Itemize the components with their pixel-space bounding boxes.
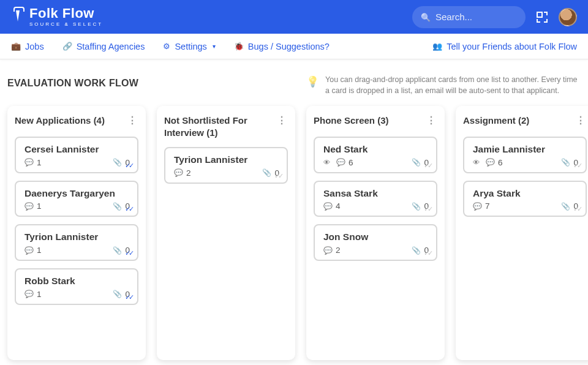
read-status-icon: ✓✓ bbox=[125, 293, 132, 301]
nav-settings-label: Settings bbox=[175, 42, 206, 51]
nav-jobs-label: Jobs bbox=[25, 42, 44, 51]
applicant-card[interactable]: Sansa Stark💬4📎0✓✓ bbox=[314, 181, 437, 217]
brand-text: Folk Flow SOURCE & SELECT bbox=[29, 7, 103, 27]
tip-text: You can drag-and-drop applicant cards fr… bbox=[325, 74, 581, 96]
read-status-icon: ✓✓ bbox=[424, 249, 431, 257]
comments-count: 2 bbox=[186, 168, 191, 178]
attachment-icon: 📎 bbox=[262, 168, 271, 177]
comments-count: 6 bbox=[349, 158, 353, 167]
lightbulb-icon: 💡 bbox=[306, 75, 319, 96]
applicant-name: Daenerys Targaryen bbox=[24, 188, 130, 200]
applicant-card[interactable]: Ned Stark👁💬6📎0✓✓ bbox=[314, 137, 437, 173]
applicant-card[interactable]: Tyrion Lannister💬2📎0✓✓ bbox=[164, 147, 288, 184]
cards-list[interactable]: Jamie Lannister👁💬6📎0✓✓Arya Stark💬7📎0✓✓ bbox=[463, 137, 587, 217]
applicant-name: Cersei Lannister bbox=[24, 144, 130, 156]
comments-metric: 💬4 bbox=[323, 201, 341, 211]
applicant-card[interactable]: Jamie Lannister👁💬6📎0✓✓ bbox=[463, 137, 587, 173]
attachment-icon: 📎 bbox=[113, 158, 122, 167]
brand-logo[interactable]: Folk Flow SOURCE & SELECT bbox=[11, 6, 103, 29]
comments-metric: 💬1 bbox=[24, 290, 42, 299]
comments-count: 1 bbox=[37, 246, 42, 255]
comments-metric: 💬2 bbox=[174, 168, 191, 178]
brand-title: Folk Flow bbox=[29, 7, 103, 20]
column-title: New Applications (4) bbox=[15, 115, 105, 127]
nav-agencies-label: Staffing Agencies bbox=[77, 42, 145, 51]
cards-list[interactable]: Ned Stark👁💬6📎0✓✓Sansa Stark💬4📎0✓✓Jon Sno… bbox=[314, 137, 437, 261]
kanban-column: Not Shortlisted For Interview (1)⋮Tyrion… bbox=[157, 106, 295, 360]
read-status-icon: ✓✓ bbox=[125, 162, 132, 170]
search-input[interactable] bbox=[435, 12, 517, 22]
cards-list[interactable]: Cersei Lannister💬1📎0✓✓Daenerys Targaryen… bbox=[15, 137, 138, 304]
column-menu-icon[interactable]: ⋮ bbox=[425, 115, 437, 126]
applicant-name: Jon Snow bbox=[323, 231, 429, 243]
user-avatar[interactable] bbox=[559, 8, 577, 26]
card-metrics: 💬1📎0 bbox=[24, 158, 130, 167]
column-header: Assignment (2)⋮ bbox=[463, 115, 587, 128]
applicant-name: Jamie Lannister bbox=[473, 144, 578, 156]
applicant-card[interactable]: Cersei Lannister💬1📎0✓✓ bbox=[15, 137, 138, 173]
comments-metric: 💬6 bbox=[486, 158, 503, 167]
comments-metric: 💬2 bbox=[323, 246, 341, 255]
comments-metric: 💬6 bbox=[336, 158, 353, 167]
applicant-card[interactable]: Arya Stark💬7📎0✓✓ bbox=[463, 181, 587, 217]
applicant-card[interactable]: Daenerys Targaryen💬1📎0✓✓ bbox=[15, 181, 138, 217]
card-metrics: 💬4📎0 bbox=[323, 201, 429, 211]
applicant-card[interactable]: Robb Stark💬1📎0✓✓ bbox=[15, 268, 138, 305]
read-status-icon: ✓✓ bbox=[424, 162, 431, 170]
topbar: Folk Flow SOURCE & SELECT bbox=[0, 0, 588, 34]
applicant-card[interactable]: Tyrion Lannister💬1📎0✓✓ bbox=[15, 224, 138, 261]
nav-settings[interactable]: ⚙ Settings ▾ bbox=[163, 42, 215, 51]
column-menu-icon[interactable]: ⋮ bbox=[126, 115, 138, 126]
applicant-card[interactable]: Jon Snow💬2📎0✓✓ bbox=[314, 224, 437, 261]
read-status-icon: ✓✓ bbox=[573, 205, 581, 213]
column-menu-icon[interactable]: ⋮ bbox=[276, 115, 288, 126]
nav-tell-friends[interactable]: 👥 Tell your Friends about Folk Flow bbox=[432, 42, 577, 51]
kanban-column: Phone Screen (3)⋮Ned Stark👁💬6📎0✓✓Sansa S… bbox=[306, 106, 445, 360]
comment-icon: 💬 bbox=[473, 202, 482, 211]
comment-icon: 💬 bbox=[336, 158, 345, 167]
comments-count: 1 bbox=[37, 158, 42, 167]
column-title: Phone Screen (3) bbox=[314, 115, 389, 127]
comment-icon: 💬 bbox=[24, 246, 34, 255]
gear-icon: ⚙ bbox=[163, 42, 170, 51]
section-header: EVALUATION WORK FLOW 💡 You can drag-and-… bbox=[0, 59, 588, 102]
bug-icon: 🐞 bbox=[234, 42, 244, 51]
tie-icon bbox=[11, 6, 24, 29]
read-status-icon: ✓✓ bbox=[125, 249, 132, 257]
read-status-icon: ✓✓ bbox=[424, 205, 431, 213]
search-icon bbox=[421, 12, 431, 23]
cards-list[interactable]: Tyrion Lannister💬2📎0✓✓ bbox=[164, 147, 288, 184]
comments-count: 4 bbox=[336, 201, 341, 211]
applicant-name: Robb Stark bbox=[24, 276, 130, 287]
comments-count: 2 bbox=[336, 246, 341, 255]
fullscreen-icon[interactable] bbox=[537, 12, 548, 23]
column-title: Assignment (2) bbox=[463, 115, 529, 127]
main-nav: 💼 Jobs 🔗 Staffing Agencies ⚙ Settings ▾ … bbox=[0, 34, 588, 59]
comments-metric: 💬1 bbox=[24, 246, 42, 255]
read-status-icon: ✓✓ bbox=[125, 205, 132, 213]
comment-icon: 💬 bbox=[24, 158, 34, 167]
attachment-icon: 📎 bbox=[113, 246, 122, 255]
column-header: Not Shortlisted For Interview (1)⋮ bbox=[164, 115, 288, 138]
nav-jobs[interactable]: 💼 Jobs bbox=[11, 42, 44, 51]
brand-tagline: SOURCE & SELECT bbox=[29, 22, 103, 27]
comment-icon: 💬 bbox=[323, 246, 333, 255]
card-metrics: 💬1📎0 bbox=[24, 290, 130, 299]
nav-staffing-agencies[interactable]: 🔗 Staffing Agencies bbox=[62, 42, 145, 51]
attachment-icon: 📎 bbox=[561, 202, 570, 211]
comments-metric: 💬1 bbox=[24, 201, 42, 211]
briefcase-icon: 💼 bbox=[11, 42, 21, 51]
share-icon: 🔗 bbox=[62, 42, 72, 51]
column-menu-icon[interactable]: ⋮ bbox=[575, 115, 587, 126]
nav-bugs[interactable]: 🐞 Bugs / Suggestions? bbox=[234, 42, 330, 51]
card-metrics: 💬2📎0 bbox=[323, 246, 429, 255]
search-box[interactable] bbox=[412, 6, 526, 28]
read-status-icon: ✓✓ bbox=[573, 162, 581, 170]
card-metrics: 👁💬6📎0 bbox=[323, 158, 429, 167]
read-status-icon: ✓✓ bbox=[274, 172, 282, 180]
comment-icon: 💬 bbox=[486, 158, 495, 167]
kanban-board: New Applications (4)⋮Cersei Lannister💬1📎… bbox=[0, 102, 588, 360]
card-metrics: 💬1📎0 bbox=[24, 201, 130, 211]
attachment-icon: 📎 bbox=[412, 158, 421, 167]
card-metrics: 💬7📎0 bbox=[473, 201, 578, 211]
